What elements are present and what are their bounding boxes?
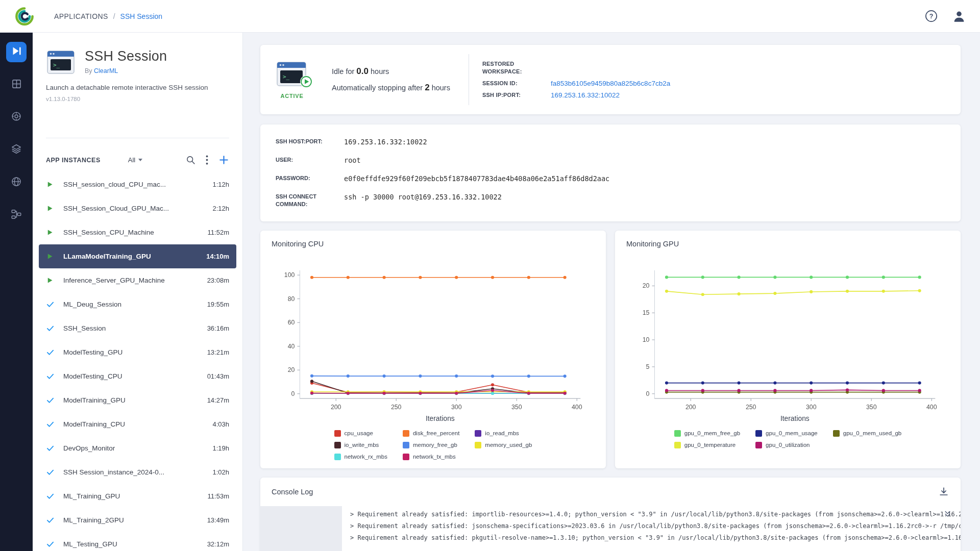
legend-label: gpu_0_mem_free_gb bbox=[684, 430, 740, 436]
legend-item-memory_used_gb[interactable]: memory_used_gb bbox=[475, 442, 532, 448]
instance-duration: 11:52m bbox=[208, 229, 229, 236]
list-item[interactable]: Inference_Server_GPU_Machine23:08m bbox=[39, 268, 236, 292]
instance-name: SSH_Session_Cloud_GPU_Mac... bbox=[63, 205, 212, 212]
legend-item-gpu_0_mem_free_gb[interactable]: gpu_0_mem_free_gb bbox=[674, 430, 740, 437]
filter-value: All bbox=[128, 156, 135, 164]
svg-text:20: 20 bbox=[643, 282, 650, 289]
legend-label: network_tx_mbs bbox=[413, 454, 456, 460]
instance-name: ModelTraining_CPU bbox=[63, 420, 212, 428]
instance-name: LLamaModelTraining_GPU bbox=[63, 253, 206, 260]
svg-text:Iterations: Iterations bbox=[780, 414, 810, 422]
svg-text:250: 250 bbox=[391, 404, 402, 411]
globe-icon bbox=[11, 176, 22, 189]
legend-label: gpu_0_temperature bbox=[684, 442, 736, 448]
gpu-chart-legend: gpu_0_mem_free_gbgpu_0_mem_usagegpu_0_me… bbox=[626, 430, 949, 448]
legend-swatch bbox=[403, 442, 409, 448]
list-item[interactable]: ML_Training_GPU11:53m bbox=[39, 484, 236, 508]
list-item[interactable]: LLamaModelTraining_GPU14:10m bbox=[39, 244, 236, 268]
list-item[interactable]: ModelTraining_GPU14:27m bbox=[39, 388, 236, 412]
legend-item-network_tx_mbs[interactable]: network_tx_mbs bbox=[403, 454, 459, 460]
svg-text:40: 40 bbox=[288, 343, 295, 350]
console-log-title: Console Log bbox=[272, 488, 313, 496]
legend-item-gpu_0_mem_usage[interactable]: gpu_0_mem_usage bbox=[755, 430, 818, 437]
list-item[interactable]: DevOps_Monitor1:19h bbox=[39, 436, 236, 460]
rail-item-datasets[interactable] bbox=[6, 140, 27, 160]
autostop-text: Automatically stopping after 2 hours bbox=[332, 83, 450, 93]
list-item[interactable]: SSH_session_cloud_CPU_mac...1:12h bbox=[39, 172, 236, 196]
svg-text:20: 20 bbox=[288, 366, 295, 373]
rail-item-pipelines[interactable] bbox=[6, 205, 27, 226]
instance-name: ModelTraining_GPU bbox=[63, 396, 207, 404]
ssh-ip-link[interactable]: 169.253.16.332:10022 bbox=[551, 91, 620, 99]
svg-text:350: 350 bbox=[511, 404, 522, 411]
connection-label: SSH HOST:PORT: bbox=[276, 138, 344, 145]
list-item[interactable]: ML_Training_2GPU13:49m bbox=[39, 508, 236, 532]
running-play-icon bbox=[46, 253, 55, 260]
connection-label: PASSWORD: bbox=[276, 174, 344, 182]
breadcrumb-applications[interactable]: APPLICATIONS bbox=[54, 12, 108, 20]
idle-text: Idle for 0.0 hours bbox=[332, 66, 450, 77]
clearml-link[interactable]: ClearML bbox=[94, 67, 118, 74]
list-item[interactable]: ModelTesting_GPU13:21m bbox=[39, 340, 236, 364]
clearml-logo[interactable] bbox=[13, 5, 36, 28]
list-item[interactable]: ML_Testing_GPU32:12m bbox=[39, 532, 236, 551]
by-prefix: By bbox=[85, 67, 94, 74]
rail-item-projects[interactable] bbox=[6, 74, 27, 95]
svg-text:0: 0 bbox=[291, 390, 295, 397]
connection-label: USER: bbox=[276, 156, 344, 164]
user-avatar[interactable] bbox=[951, 9, 967, 24]
rail-item-applications[interactable] bbox=[6, 42, 27, 62]
add-instance-button[interactable] bbox=[218, 155, 229, 165]
app-instances-list: SSH_session_cloud_CPU_mac...1:12hSSH_Ses… bbox=[33, 171, 242, 551]
legend-item-io_read_mbs[interactable]: io_read_mbs bbox=[475, 430, 532, 437]
legend-item-gpu_0_utilization[interactable]: gpu_0_utilization bbox=[755, 442, 818, 448]
legend-swatch bbox=[334, 442, 341, 448]
connection-value: 169.253.16.332:10022 bbox=[344, 138, 945, 146]
header-actions: ? bbox=[924, 9, 967, 24]
breadcrumb-separator: / bbox=[113, 12, 115, 20]
rail-item-hyper-datasets[interactable] bbox=[6, 172, 27, 193]
list-item[interactable]: SSH_Session36:16m bbox=[39, 316, 236, 340]
kebab-menu-icon[interactable] bbox=[206, 155, 208, 165]
list-item[interactable]: ModelTesting_CPU01:43m bbox=[39, 364, 236, 388]
session-status-card: >_ ACTIVE Idle for 0.0 hours Automatical… bbox=[260, 45, 961, 114]
restored-workspace-label: RESTORED WORKSPACE: bbox=[482, 60, 551, 76]
rail-item-workers[interactable] bbox=[6, 107, 27, 128]
list-item[interactable]: SSH_Session_Cloud_GPU_Mac...2:12h bbox=[39, 196, 236, 220]
legend-swatch bbox=[475, 430, 481, 437]
list-item[interactable]: SSH Session_instance_2024-0...1:02h bbox=[39, 460, 236, 484]
legend-item-memory_free_gb[interactable]: memory_free_gb bbox=[403, 442, 459, 448]
download-log-icon[interactable] bbox=[938, 486, 949, 497]
legend-item-gpu_0_mem_used_gb[interactable]: gpu_0_mem_used_gb bbox=[833, 430, 901, 437]
running-play-icon bbox=[46, 181, 55, 188]
idle-hours-value: 0.0 bbox=[356, 66, 369, 76]
svg-text:10: 10 bbox=[643, 336, 650, 343]
instance-name: ModelTesting_CPU bbox=[63, 372, 207, 380]
console-log-lines: > Requirement already satisfied: importl… bbox=[342, 506, 961, 551]
svg-text:300: 300 bbox=[451, 404, 462, 411]
list-item[interactable]: SSH_Session_CPU_Machine11:52m bbox=[39, 220, 236, 244]
instance-name: SSH_session_cloud_CPU_mac... bbox=[63, 181, 212, 188]
legend-item-network_rx_mbs[interactable]: network_rx_mbs bbox=[334, 454, 387, 460]
breadcrumb-current[interactable]: SSH Session bbox=[120, 12, 162, 20]
scroll-to-end-icon[interactable] bbox=[944, 510, 951, 520]
completed-check-icon bbox=[46, 516, 55, 524]
list-item[interactable]: ML_Deug_Session19:55m bbox=[39, 292, 236, 316]
instance-duration: 1:19h bbox=[212, 444, 229, 452]
search-icon[interactable] bbox=[186, 155, 195, 165]
legend-item-disk_free_percent[interactable]: disk_free_percent bbox=[403, 430, 459, 437]
instance-name: Inference_Server_GPU_Machine bbox=[63, 277, 207, 284]
help-icon[interactable]: ? bbox=[924, 9, 938, 23]
instance-duration: 19:55m bbox=[207, 300, 229, 308]
instance-duration: 01:43m bbox=[207, 372, 229, 380]
legend-label: cpu_usage bbox=[345, 430, 373, 436]
legend-item-gpu_0_temperature[interactable]: gpu_0_temperature bbox=[674, 442, 740, 448]
session-id-link[interactable]: fa853b6105e9459b80a825b6c8c7cb2a bbox=[551, 80, 670, 87]
restored-workspace-block: RESTORED WORKSPACE: SESSION ID: fa853b61… bbox=[482, 60, 670, 99]
legend-item-cpu_usage[interactable]: cpu_usage bbox=[334, 430, 387, 437]
legend-swatch bbox=[403, 454, 409, 460]
legend-item-io_write_mbs[interactable]: io_write_mbs bbox=[334, 442, 387, 448]
list-item[interactable]: ModelTraining_CPU4:03h bbox=[39, 412, 236, 436]
legend-label: network_rx_mbs bbox=[345, 454, 387, 460]
instances-filter-dropdown[interactable]: All bbox=[128, 156, 142, 164]
